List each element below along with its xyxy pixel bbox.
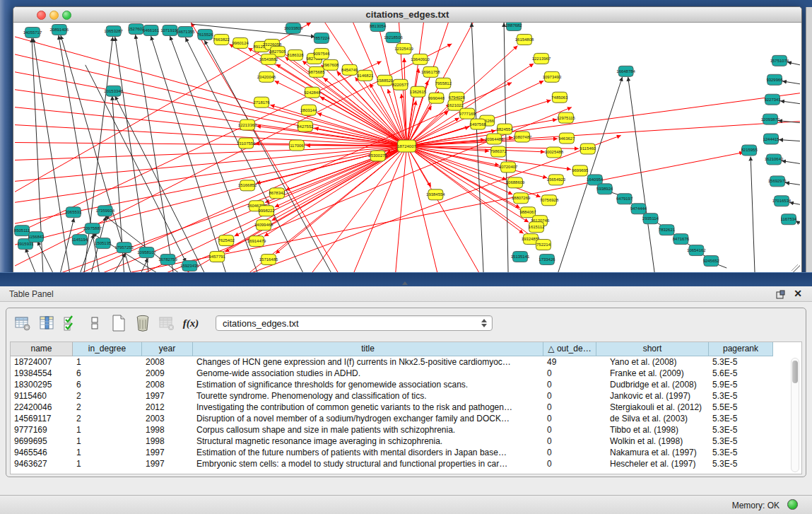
table-cell[interactable]: 5.5E-5: [709, 402, 773, 413]
network-canvas[interactable]: 1405571720891406106532871527602646616110…: [13, 23, 801, 274]
column-visibility-icon[interactable]: [37, 314, 56, 332]
table-cell[interactable]: 6: [73, 379, 142, 390]
graph-node[interactable]: 18807269: [512, 193, 531, 204]
table-cell[interactable]: 22420046: [11, 402, 73, 413]
table-cell[interactable]: 1998: [142, 424, 193, 436]
table-row[interactable]: 946554611997Estimation of the future num…: [11, 447, 801, 458]
table-cell[interactable]: 9465546: [11, 447, 73, 458]
graph-node[interactable]: 9990448: [428, 93, 445, 103]
float-panel-icon[interactable]: [776, 289, 785, 298]
table-cell[interactable]: Estimation of the future numbers of pati…: [193, 447, 543, 458]
graph-node[interactable]: 12213363: [238, 119, 257, 130]
graph-node[interactable]: 1156843: [28, 232, 45, 243]
graph-node[interactable]: 10975887: [83, 223, 102, 234]
table-cell[interactable]: 5.9E-5: [709, 379, 773, 390]
graph-node[interactable]: 10973493: [543, 71, 562, 82]
table-cell[interactable]: 18300295: [11, 379, 73, 390]
table-cell[interactable]: 1997: [142, 458, 193, 469]
graph-node[interactable]: 70756928: [540, 195, 559, 206]
table-cell[interactable]: 5.3E-5: [709, 458, 773, 469]
graph-node[interactable]: 2967608: [322, 59, 339, 70]
table-cell[interactable]: Hescheler et al. (1997): [596, 458, 709, 469]
graph-node[interactable]: 15692971: [768, 176, 787, 187]
graph-node[interactable]: 16782759: [158, 255, 177, 265]
graph-node[interactable]: 20364486: [485, 134, 504, 144]
table-cell[interactable]: 0: [543, 436, 596, 447]
table-cell[interactable]: 9115460: [11, 390, 73, 402]
graph-node[interactable]: 7857224: [313, 33, 330, 43]
table-cell[interactable]: 5.3E-5: [709, 390, 773, 402]
table-cell[interactable]: 9463627: [11, 458, 73, 469]
graph-node[interactable]: 10958107: [137, 247, 156, 258]
close-panel-icon[interactable]: ✕: [794, 288, 802, 299]
graph-node[interactable]: 14671355: [176, 26, 195, 37]
graph-node[interactable]: 8186328: [287, 49, 304, 60]
graph-node[interactable]: 9227341: [764, 94, 781, 105]
graph-node[interactable]: 9245652: [703, 256, 720, 267]
graph-node[interactable]: 15923435: [180, 261, 199, 271]
table-cell[interactable]: Embryonic stem cells: a model to study s…: [193, 458, 543, 469]
graph-node[interactable]: 13640910: [411, 54, 430, 64]
table-cell[interactable]: 1: [73, 436, 142, 447]
graph-node[interactable]: 1167534: [781, 214, 797, 225]
column-header-short[interactable]: short: [596, 342, 709, 356]
graph-node[interactable]: 5938924: [596, 184, 613, 194]
graph-node[interactable]: 14055717: [23, 27, 42, 37]
table-cell[interactable]: 18724007: [11, 356, 73, 368]
graph-node[interactable]: 15166852: [238, 180, 257, 191]
table-cell[interactable]: 0: [543, 368, 596, 379]
graph-node[interactable]: 7615526: [197, 29, 214, 40]
graph-node[interactable]: 12325419: [394, 43, 413, 54]
graph-node[interactable]: 10025488: [545, 147, 564, 158]
table-cell[interactable]: Structural magnetic resonance image aver…: [193, 436, 543, 447]
table-row[interactable]: 1830029562008Estimation of significance …: [11, 379, 801, 390]
graph-node[interactable]: 12213967: [532, 53, 551, 64]
new-column-icon[interactable]: [110, 314, 128, 332]
citation-network-graph[interactable]: 1405571720891406106532871527602646616110…: [13, 23, 801, 274]
table-cell[interactable]: 6: [73, 368, 142, 379]
table-cell[interactable]: 5.6E-5: [709, 368, 773, 379]
table-cell[interactable]: Yano et al. (2008): [596, 356, 709, 368]
table-cell[interactable]: 5.3E-5: [709, 413, 773, 424]
graph-node[interactable]: 1733426: [539, 255, 555, 265]
graph-node[interactable]: 16033809: [284, 23, 303, 33]
selection-mode-icon[interactable]: [61, 314, 80, 332]
graph-node[interactable]: 1505135: [95, 238, 112, 249]
graph-node[interactable]: 1615112: [529, 222, 545, 233]
table-cell[interactable]: Disruption of a novel member of a sodium…: [193, 413, 543, 424]
graph-node[interactable]: 17016534: [772, 196, 792, 206]
table-cell[interactable]: 1997: [142, 390, 193, 402]
graph-node[interactable]: 8813054: [370, 23, 387, 31]
graph-node[interactable]: 19218506: [384, 32, 403, 42]
graph-node[interactable]: 16648784: [616, 66, 635, 76]
table-cell[interactable]: 0: [543, 413, 596, 424]
graph-node[interactable]: 9875685: [308, 66, 325, 77]
graph-node[interactable]: 2803144: [300, 105, 317, 115]
table-cell[interactable]: 49: [543, 356, 596, 368]
graph-node[interactable]: 6466161: [143, 25, 160, 35]
graph-node[interactable]: 7485063: [551, 92, 568, 103]
graph-node[interactable]: 9242848: [304, 87, 321, 98]
graph-node[interactable]: 12093872: [761, 114, 780, 124]
table-cell[interactable]: 5.3E-5: [709, 424, 773, 436]
column-header-in_degree[interactable]: in_degree: [73, 342, 142, 356]
table-cell[interactable]: 1: [73, 458, 142, 469]
graph-node[interactable]: 25300275: [368, 151, 387, 161]
graph-node[interactable]: 15716485: [259, 255, 278, 265]
table-cell[interactable]: 0: [543, 402, 596, 413]
table-cell[interactable]: 0: [543, 390, 596, 402]
table-row[interactable]: 946362711997Embryonic stem cells: a mode…: [11, 458, 801, 469]
table-cell[interactable]: 1: [73, 424, 142, 436]
table-row[interactable]: 1872400712008Changes of HCN gene express…: [11, 356, 801, 368]
table-cell[interactable]: 2: [73, 390, 142, 402]
network-window[interactable]: citations_edges.txt 14055717208914061065…: [13, 6, 802, 275]
graph-node[interactable]: 10654162: [687, 245, 706, 256]
graph-node[interactable]: 1244415: [763, 134, 779, 144]
table-cell[interactable]: Estimation of significance thresholds fo…: [193, 379, 543, 390]
table-cell[interactable]: Wolkin et al. (1998): [596, 436, 709, 447]
graph-node[interactable]: 117006: [289, 140, 304, 151]
table-cell[interactable]: 0: [543, 447, 596, 458]
graph-node[interactable]: 8220577: [392, 79, 409, 90]
graph-node[interactable]: 15751074: [770, 55, 789, 66]
table-cell[interactable]: 9699695: [11, 436, 73, 447]
